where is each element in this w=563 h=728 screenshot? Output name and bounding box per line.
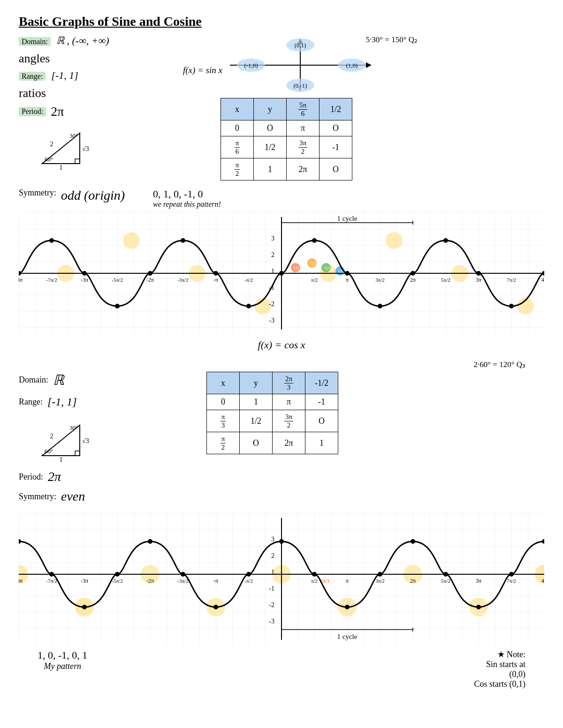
cos-pattern: 1, 0, -1, 0, 1 (38, 649, 87, 661)
svg-text:60°: 60° (45, 156, 53, 163)
svg-text:1: 1 (60, 456, 63, 463)
svg-text:4π: 4π (541, 578, 544, 584)
svg-text:-2π: -2π (146, 578, 154, 584)
svg-text:1: 1 (271, 268, 274, 275)
svg-text:7π/2: 7π/2 (507, 277, 516, 283)
cosine-graph: 3 2 1 -1 -2 -3 -4π -7π/2 -3π -5π/2 -2π -… (19, 513, 544, 645)
svg-point-136 (411, 539, 415, 544)
sine-triangle: 1 √3 2 60° 30° (38, 124, 94, 171)
svg-text:-2: -2 (269, 601, 274, 608)
svg-point-137 (443, 572, 448, 577)
svg-marker-10 (366, 62, 372, 68)
sine-table: x y 5π6 1/2 0 O π O (221, 98, 352, 180)
svg-point-127 (115, 572, 120, 577)
svg-point-69 (115, 304, 120, 308)
svg-text:1: 1 (271, 569, 274, 576)
svg-text:-1: -1 (269, 585, 274, 592)
svg-text:4π: 4π (541, 277, 544, 283)
svg-point-22 (123, 232, 140, 249)
domain-value: ℝ , (-∞, +∞) (56, 35, 109, 46)
cos-period-value: 2π (48, 469, 61, 484)
svg-text:(1,0): (1,0) (346, 62, 358, 69)
svg-text:-7π/2: -7π/2 (46, 578, 57, 584)
svg-point-75 (509, 304, 514, 308)
svg-text:2: 2 (50, 433, 53, 440)
svg-rect-1 (75, 159, 80, 164)
sine-fx-label: f(x) = sin x (183, 65, 222, 75)
sine-graph: Q1 Q2 Q3 Q4 3 2 1 -1 -2 -3 -4π -7π/2 -3π… (19, 212, 544, 334)
svg-text:(0,1): (0,1) (295, 42, 306, 49)
sine-symmetry-label: Symmetry: (19, 188, 56, 198)
cos-symmetry-value: even (61, 489, 85, 504)
table-row: 0 1 π -1 (207, 394, 338, 410)
svg-text:-7π/2: -7π/2 (46, 277, 57, 283)
sine-pattern-note: we repeat this pattern! (153, 200, 221, 209)
svg-point-63 (345, 271, 350, 276)
svg-point-66 (213, 271, 218, 276)
svg-text:-π/2: -π/2 (244, 578, 253, 584)
svg-point-126 (82, 605, 87, 609)
cos-col-x: x (207, 372, 240, 394)
table-row: π3 1/2 3π2 O (207, 410, 338, 432)
note-line1: Sin starts at (474, 660, 526, 669)
svg-text:-5π/2: -5π/2 (112, 277, 122, 283)
svg-point-65 (411, 271, 415, 276)
period-value: 2π (51, 104, 64, 119)
svg-text:2: 2 (50, 141, 53, 148)
svg-text:3π/2: 3π/2 (375, 578, 385, 584)
sine-graph-area: Q1 Q2 Q3 Q4 3 2 1 -1 -2 -3 -4π -7π/2 -3π… (19, 212, 544, 334)
range-sub: ratios (19, 86, 178, 100)
svg-text:3: 3 (271, 536, 274, 543)
svg-text:-π: -π (213, 578, 218, 584)
svg-point-70 (82, 271, 87, 276)
svg-text:3π: 3π (476, 578, 481, 584)
svg-text:-2π: -2π (146, 277, 154, 283)
svg-text:5π/2: 5π/2 (441, 277, 450, 283)
cos-domain-label: Domain: (19, 375, 48, 385)
svg-text:-3: -3 (269, 317, 274, 324)
svg-text:-3π/2: -3π/2 (177, 578, 188, 584)
svg-text:(-1,0): (-1,0) (244, 62, 258, 69)
svg-point-64 (378, 304, 382, 308)
svg-text:-π: -π (213, 277, 218, 283)
svg-text:2: 2 (271, 251, 274, 258)
domain-label: Domain: (19, 37, 51, 46)
svg-text:-3π: -3π (81, 578, 88, 584)
cos-symmetry-label: Symmetry: (19, 492, 56, 502)
svg-text:π/2: π/2 (311, 578, 318, 584)
svg-point-26 (386, 232, 403, 249)
table-row: 0 O π O (221, 120, 352, 136)
svg-text:2: 2 (271, 552, 274, 559)
svg-text:2π: 2π (410, 277, 416, 283)
svg-text:π: π (346, 578, 349, 584)
cos-period-label: Period: (19, 472, 43, 482)
table-row: π2 1 2π O (221, 158, 352, 180)
unit-circle: (0,1) (-1,0) (1,0) (0,-1) (221, 35, 380, 96)
svg-point-67 (181, 238, 185, 243)
cosine-table: x y 2π3 -1/2 0 1 π -1 (206, 372, 338, 454)
svg-text:30°: 30° (69, 424, 78, 431)
svg-point-68 (148, 271, 152, 276)
svg-text:5π/2: 5π/2 (441, 578, 450, 584)
svg-rect-83 (75, 451, 80, 456)
domain-sub: angles (19, 52, 178, 66)
svg-point-71 (49, 238, 54, 243)
cosine-triangle: 1 √3 2 60° 30° (38, 416, 94, 463)
cosine-fx-label: f(x) = cos x (19, 339, 544, 351)
svg-point-77 (443, 238, 448, 243)
svg-point-76 (476, 271, 481, 276)
sine-top-note: 5·30° = 150° Q₂ (366, 35, 418, 45)
svg-text:-2: -2 (269, 300, 274, 308)
svg-point-131 (246, 572, 251, 577)
svg-text:2π: 2π (410, 578, 416, 584)
svg-text:-4π: -4π (19, 277, 23, 283)
svg-point-135 (378, 572, 382, 577)
svg-text:60°: 60° (45, 448, 53, 455)
note-line3: Cos starts (0,1) (474, 679, 526, 689)
svg-point-139 (509, 572, 514, 577)
cos-range-label: Range: (19, 397, 43, 407)
svg-point-132 (279, 539, 284, 544)
svg-text:1 cycle: 1 cycle (337, 633, 358, 640)
range-value: [-1, 1] (51, 69, 78, 81)
cos-col-y: y (240, 372, 273, 394)
